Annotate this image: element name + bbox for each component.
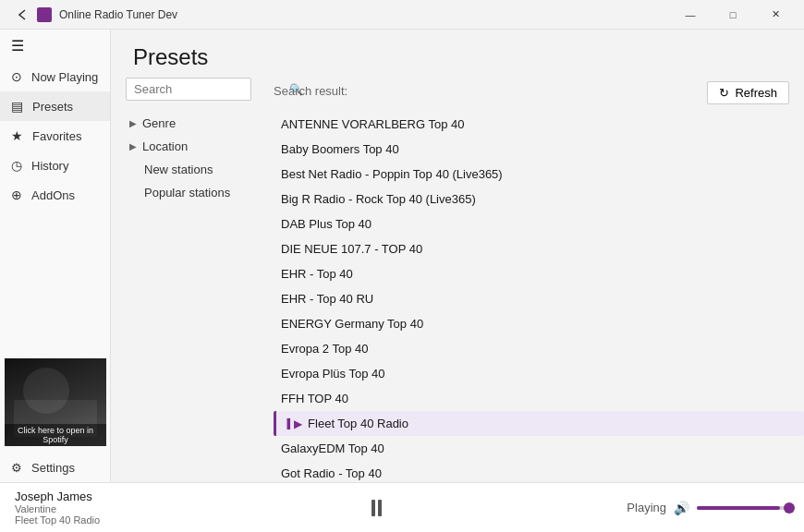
- page-title: Presets: [133, 44, 782, 70]
- station-list: ANTENNE VORARLBERG Top 40Baby Boomers To…: [274, 112, 804, 482]
- volume-slider[interactable]: [697, 506, 789, 510]
- filter-new-stations[interactable]: New stations: [126, 158, 251, 181]
- window-controls: — □ ✕: [669, 0, 797, 30]
- content-header: Presets: [111, 30, 804, 78]
- player-controls: [140, 500, 612, 516]
- station-item[interactable]: Baby Boomers Top 40: [274, 137, 804, 162]
- content-main: 🔍 ▶ Genre ▶ Location New stations: [111, 78, 804, 482]
- sidebar-nav: ⊙ Now Playing ▤ Presets ★ Favorites ◷ Hi…: [0, 62, 110, 210]
- sidebar-item-favorites[interactable]: ★ Favorites: [0, 121, 110, 151]
- sidebar-label-presets: Presets: [32, 100, 73, 114]
- search-result-label: Search result:: [274, 84, 347, 98]
- station-name: Evropa Plüs Top 40: [281, 367, 789, 381]
- sidebar-label-settings: Settings: [31, 461, 75, 475]
- station-name: EHR - Top 40 RU: [281, 292, 789, 306]
- station-name: DAB Plus Top 40: [281, 217, 789, 231]
- spotify-thumbnail[interactable]: Click here to open in Spotify: [5, 358, 106, 446]
- filter-genre[interactable]: ▶ Genre: [126, 112, 251, 135]
- volume-fill: [697, 506, 780, 510]
- sidebar-item-history[interactable]: ◷ History: [0, 151, 110, 180]
- station-name: EHR - Top 40: [281, 267, 789, 281]
- station-name: GalaxyEDM Top 40: [281, 441, 789, 455]
- refresh-label: Refresh: [735, 86, 777, 100]
- minimize-button[interactable]: —: [669, 0, 712, 30]
- sidebar-item-presets[interactable]: ▤ Presets: [0, 91, 110, 121]
- presets-icon: ▤: [11, 99, 23, 114]
- station-name: ENERGY Germany Top 40: [281, 317, 789, 331]
- location-chevron: ▶: [129, 141, 137, 151]
- filter-location-label: Location: [142, 139, 188, 153]
- station-item[interactable]: EHR - Top 40: [274, 261, 804, 286]
- search-box[interactable]: 🔍: [126, 78, 251, 101]
- player-subtitle: Valentine: [15, 503, 126, 514]
- station-item[interactable]: EHR - Top 40 RU: [274, 286, 804, 311]
- playing-status: Playing: [627, 501, 666, 514]
- maximize-button[interactable]: □: [712, 0, 754, 30]
- filter-section: ▶ Genre ▶ Location New stations Popular …: [126, 112, 251, 204]
- addons-icon: ⊕: [11, 187, 22, 202]
- volume-icon: 🔊: [674, 501, 689, 515]
- station-item[interactable]: Evropa Plüs Top 40: [274, 361, 804, 386]
- station-name: Got Radio - Top 40: [281, 466, 789, 480]
- sidebar-label-history: History: [31, 159, 68, 173]
- station-item[interactable]: ENERGY Germany Top 40: [274, 311, 804, 336]
- station-name: ANTENNE VORARLBERG Top 40: [281, 117, 789, 131]
- titlebar: Online Radio Tuner Dev — □ ✕: [0, 0, 804, 30]
- station-name: Baby Boomers Top 40: [281, 142, 789, 156]
- station-item[interactable]: ANTENNE VORARLBERG Top 40: [274, 112, 804, 137]
- station-item[interactable]: Evropa 2 Top 40: [274, 336, 804, 361]
- filter-location[interactable]: ▶ Location: [126, 135, 251, 158]
- settings-icon: ⚙: [11, 461, 22, 475]
- player-bar: Joseph James Valentine Fleet Top 40 Radi…: [0, 482, 804, 532]
- player-info: Joseph James Valentine Fleet Top 40 Radi…: [15, 490, 126, 526]
- sidebar-label-addons: AddOns: [31, 188, 75, 202]
- refresh-button[interactable]: ↻ Refresh: [707, 81, 789, 104]
- close-button[interactable]: ✕: [754, 0, 797, 30]
- station-list-panel: Search result: ↻ Refresh ANTENNE VORARLB…: [259, 78, 804, 482]
- play-button-icon: ▶: [294, 417, 302, 430]
- refresh-icon: ↻: [719, 86, 729, 100]
- app-icon: [37, 7, 52, 22]
- sidebar-item-settings[interactable]: ⚙ Settings: [0, 453, 110, 482]
- station-name: FFH TOP 40: [281, 392, 789, 405]
- pause-bar-left: [372, 500, 375, 516]
- spotify-overlay-text: Click here to open in Spotify: [5, 424, 106, 446]
- sidebar-label-now-playing: Now Playing: [31, 70, 98, 84]
- sidebar: ☰ ⊙ Now Playing ▤ Presets ★ Favorites ◷ …: [0, 30, 111, 482]
- player-right: Playing 🔊: [627, 501, 789, 515]
- station-item[interactable]: GalaxyEDM Top 40: [274, 436, 804, 461]
- history-icon: ◷: [11, 158, 22, 173]
- station-item[interactable]: Got Radio - Top 40: [274, 461, 804, 482]
- favorites-icon: ★: [11, 128, 23, 143]
- station-item[interactable]: Best Net Radio - Poppin Top 40 (Live365): [274, 162, 804, 187]
- genre-chevron: ▶: [129, 118, 137, 128]
- pause-button[interactable]: [372, 500, 382, 516]
- station-name: Fleet Top 40 Radio: [308, 417, 789, 430]
- titlebar-title: Online Radio Tuner Dev: [59, 8, 669, 21]
- station-name: Big R Radio - Rock Top 40 (Live365): [281, 192, 789, 206]
- filter-popular-stations[interactable]: Popular stations: [126, 181, 251, 204]
- station-item[interactable]: DAB Plus Top 40: [274, 212, 804, 236]
- station-item[interactable]: Big R Radio - Rock Top 40 (Live365): [274, 187, 804, 212]
- sidebar-label-favorites: Favorites: [32, 129, 81, 143]
- playing-indicator-icon: ▐: [284, 418, 290, 429]
- volume-thumb: [784, 502, 795, 514]
- player-station: Fleet Top 40 Radio: [15, 514, 126, 526]
- station-item[interactable]: ▐▶Fleet Top 40 Radio: [274, 411, 804, 436]
- filter-panel: 🔍 ▶ Genre ▶ Location New stations: [111, 78, 259, 482]
- station-name: Evropa 2 Top 40: [281, 342, 789, 356]
- station-item[interactable]: FFH TOP 40: [274, 386, 804, 411]
- section-header: Search result: ↻ Refresh: [274, 78, 804, 112]
- content-area: Presets 🔍 ▶ Genre ▶ Location: [111, 30, 804, 482]
- hamburger-button[interactable]: ☰: [0, 30, 110, 62]
- station-name: DIE NEUE 107.7 - TOP 40: [281, 242, 789, 256]
- pause-bar-right: [378, 500, 382, 516]
- sidebar-item-now-playing[interactable]: ⊙ Now Playing: [0, 62, 110, 91]
- back-button[interactable]: [7, 0, 37, 30]
- station-item[interactable]: DIE NEUE 107.7 - TOP 40: [274, 236, 804, 261]
- sidebar-item-addons[interactable]: ⊕ AddOns: [0, 180, 110, 210]
- filter-genre-label: Genre: [142, 116, 176, 130]
- station-name: Best Net Radio - Poppin Top 40 (Live365): [281, 167, 789, 181]
- now-playing-icon: ⊙: [11, 69, 22, 84]
- filter-popular-stations-label: Popular stations: [144, 186, 230, 200]
